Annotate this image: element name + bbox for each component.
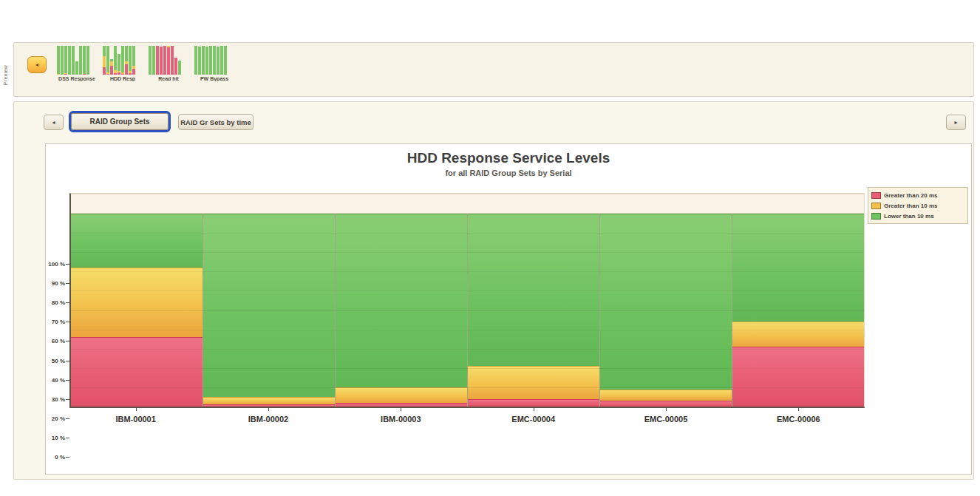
legend-swatch-icon <box>871 213 881 220</box>
legend-swatch-icon <box>871 192 881 199</box>
thumbnail-chart <box>147 46 190 75</box>
stacked-bars <box>71 214 864 407</box>
thumbnail-label: DSS Response <box>55 76 98 81</box>
preview-rail-label: Preview <box>3 65 8 85</box>
plot-area <box>69 193 865 408</box>
bar-IBM-00002 <box>203 214 336 407</box>
thumbnail[interactable]: PW Bypass <box>193 46 236 81</box>
thumbnail-label: HDD Resp <box>101 76 144 81</box>
tab-raid-group-sets[interactable]: RAID Group Sets <box>69 111 171 132</box>
chart-next-button[interactable]: ▸ <box>946 115 966 130</box>
x-axis-labels: IBM-00001IBM-00002IBM-00003EMC-00004EMC-… <box>69 415 865 427</box>
left-arrow-icon: ◂ <box>52 119 55 126</box>
tab-raid-gr-sets-by-time[interactable]: RAID Gr Sets by time <box>178 114 253 130</box>
chart-legend: Greater than 20 msGreater than 10 msLowe… <box>868 187 968 224</box>
thumbnail[interactable]: Read hit <box>147 46 190 81</box>
thumbnail-chart <box>193 46 236 75</box>
bar-EMC-00006 <box>732 214 864 407</box>
thumbnail-label: PW Bypass <box>193 76 236 81</box>
chart-subtitle: for all RAID Group Sets by Serial <box>46 169 971 177</box>
bar-IBM-00003 <box>336 214 468 407</box>
thumbnail-chart <box>55 46 98 75</box>
right-arrow-icon: ▸ <box>954 119 957 126</box>
legend-entry: Greater than 20 ms <box>871 190 964 200</box>
chart-prev-button[interactable]: ◂ <box>44 115 64 130</box>
legend-swatch-icon <box>871 203 881 209</box>
y-axis-labels: 100 %90 %80 %70 %60 %50 %40 %30 %20 %10 … <box>46 264 67 457</box>
chart-title: HDD Response Service Levels <box>46 150 971 166</box>
preview-thumbnails: DSS ResponseHDD RespRead hitPW Bypass <box>55 46 236 81</box>
preview-scroll-left-button[interactable]: ◂ <box>27 56 47 73</box>
preview-panel: ◂ DSS ResponseHDD RespRead hitPW Bypass <box>13 42 974 97</box>
left-arrow-icon: ◂ <box>35 61 38 68</box>
bar-IBM-00001 <box>71 214 203 407</box>
legend-entry: Lower than 10 ms <box>871 211 964 221</box>
thumbnail-label: Read hit <box>147 76 190 81</box>
bar-EMC-00004 <box>468 214 600 407</box>
chart-panel: ◂ RAID Group Sets RAID Gr Sets by time ▸… <box>13 101 974 480</box>
thumbnail[interactable]: HDD Resp <box>101 46 144 81</box>
bar-EMC-00005 <box>600 214 732 407</box>
chart-canvas: HDD Response Service Levels for all RAID… <box>45 143 972 475</box>
thumbnail-chart <box>101 46 144 75</box>
thumbnail[interactable]: DSS Response <box>55 46 98 81</box>
legend-entry: Greater than 10 ms <box>871 200 964 211</box>
